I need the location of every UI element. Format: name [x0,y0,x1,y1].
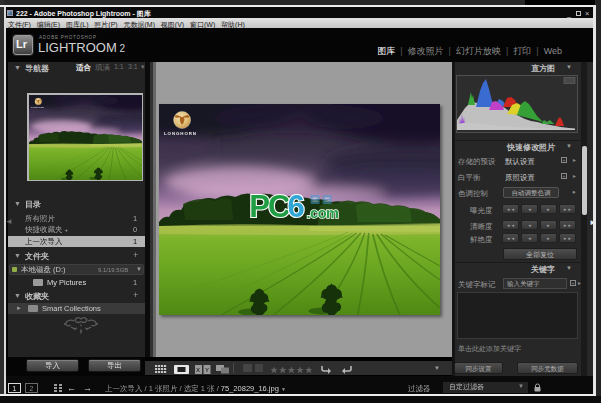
svg-text:.com: .com [307,205,339,221]
svg-text:Y: Y [205,367,209,373]
svg-text:PC6: PC6 [249,189,304,224]
svg-text:X: X [196,367,200,373]
